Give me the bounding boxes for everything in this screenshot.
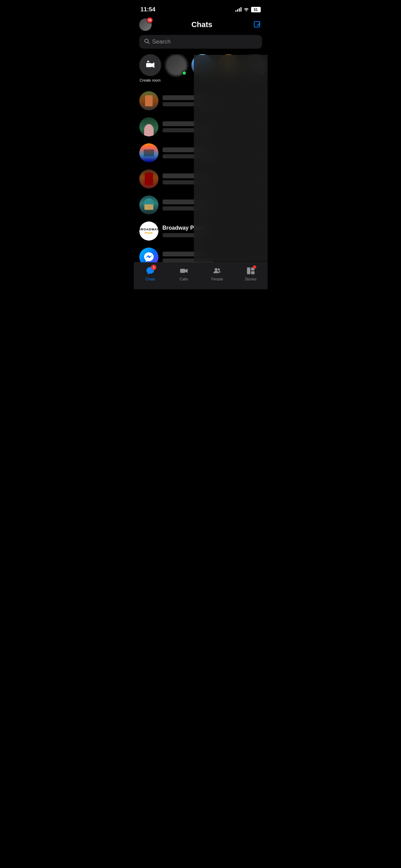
chat-icon: 1 xyxy=(145,266,155,276)
compose-button[interactable] xyxy=(252,20,262,29)
notification-badge: 76 xyxy=(146,17,153,23)
battery-icon: 51 xyxy=(251,7,261,12)
create-room-button[interactable]: + Create room xyxy=(139,54,161,82)
stories-icon xyxy=(246,266,256,276)
search-input[interactable]: Search xyxy=(152,38,171,45)
bottom-nav: 1 Chats Calls People xyxy=(134,262,268,289)
svg-rect-11 xyxy=(247,267,250,274)
signal-icon xyxy=(235,8,241,12)
online-indicator xyxy=(182,71,187,75)
chat-avatar xyxy=(139,169,158,189)
chat-avatar xyxy=(139,143,158,162)
search-bar[interactable]: Search xyxy=(139,35,262,49)
blur-overlay xyxy=(194,55,268,262)
status-time: 11:54 xyxy=(141,6,155,13)
chat-avatar xyxy=(139,91,158,110)
nav-stories[interactable]: Stories xyxy=(234,266,268,281)
stories-badge xyxy=(253,265,256,269)
story-item-2[interactable] xyxy=(165,54,187,82)
nav-people[interactable]: People xyxy=(201,266,234,281)
nav-calls[interactable]: Calls xyxy=(167,266,201,281)
nav-stories-label: Stories xyxy=(245,277,257,281)
nav-people-label: People xyxy=(211,277,223,281)
nav-chats-label: Chats xyxy=(145,277,155,281)
svg-text:+: + xyxy=(148,61,149,64)
svg-point-10 xyxy=(218,268,220,270)
nav-calls-label: Calls xyxy=(180,277,188,281)
header: 76 Chats xyxy=(134,17,268,35)
page-title: Chats xyxy=(191,20,212,29)
svg-rect-13 xyxy=(251,271,255,274)
chat-avatar xyxy=(139,195,158,215)
nav-chats[interactable]: 1 Chats xyxy=(134,266,167,281)
search-icon xyxy=(144,38,150,45)
svg-point-9 xyxy=(215,268,217,271)
broadway-avatar: BROADWAY PIZZA xyxy=(139,221,158,241)
svg-rect-7 xyxy=(180,269,185,273)
chat-avatar xyxy=(139,117,158,136)
video-icon xyxy=(179,266,189,276)
svg-marker-4 xyxy=(152,62,154,68)
people-icon xyxy=(212,266,222,276)
wifi-icon xyxy=(244,7,249,12)
chat-name xyxy=(163,121,197,126)
svg-marker-8 xyxy=(185,269,188,273)
svg-line-2 xyxy=(148,42,149,44)
chats-badge: 1 xyxy=(151,265,156,270)
status-bar: 11:54 51 xyxy=(134,0,268,17)
status-icons: 51 xyxy=(235,7,261,12)
user-avatar[interactable]: 76 xyxy=(139,19,152,31)
create-room-label: Create room xyxy=(140,78,161,82)
